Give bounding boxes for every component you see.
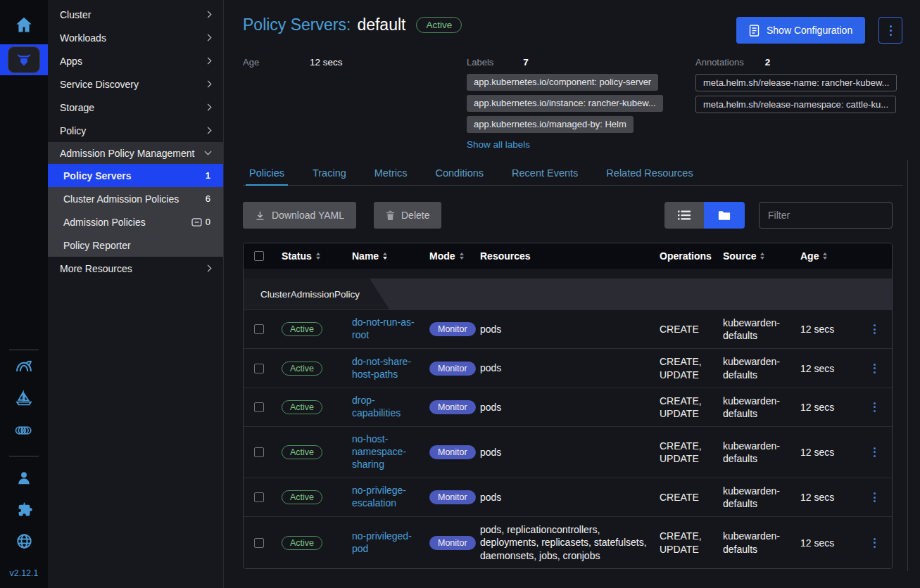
sidebar-subitem[interactable]: Policy Reporter: [48, 234, 223, 257]
source-cell: kubewarden-defaults: [716, 485, 793, 510]
mode-cell: Monitor: [422, 322, 473, 336]
age-cell: 12 secs: [793, 324, 857, 335]
row-checkbox-cell: [244, 492, 275, 502]
chevron-right-icon: [205, 81, 212, 88]
mode-cell: Monitor: [422, 445, 473, 459]
column-header-label: Operations: [660, 250, 712, 262]
column-header[interactable]: Status: [275, 250, 345, 262]
count-value: 6: [206, 193, 210, 204]
download-yaml-button[interactable]: Download YAML: [243, 202, 356, 229]
row-kebab-menu-icon[interactable]: [857, 447, 892, 457]
list-view-icon[interactable]: [664, 202, 704, 229]
policy-name-link[interactable]: drop-capabilities: [345, 395, 422, 420]
active-cluster-band[interactable]: [0, 44, 48, 75]
source-cell: kubewarden-defaults: [716, 395, 793, 420]
column-header[interactable]: Name: [345, 250, 422, 262]
sidebar-item[interactable]: Storage: [48, 96, 223, 119]
tab[interactable]: Conditions: [434, 160, 486, 185]
metadata-section: Age 12 secs Labels 7 app.kubernetes.io/c…: [243, 55, 913, 153]
policy-name-link[interactable]: no-privilege-escalation: [345, 485, 422, 510]
sidebar-subitem-label: Admission Policies: [63, 217, 191, 228]
icon-rail: v2.12.1: [0, 0, 48, 588]
policy-name-link[interactable]: no-host-namespace-sharing: [345, 433, 422, 471]
chevron-right-icon: [205, 104, 212, 111]
sidebar-subitem[interactable]: Admission Policies 0: [48, 210, 223, 234]
sort-carets-icon: [383, 253, 387, 260]
select-all-checkbox[interactable]: [254, 251, 264, 261]
mode-badge: Monitor: [429, 490, 476, 504]
annotations-count: 2: [765, 57, 771, 68]
sidebar-subitem[interactable]: Cluster Admission Policies 6: [48, 187, 223, 210]
sidebar-item-more-resources[interactable]: More Resources: [48, 257, 223, 280]
sidebar-item-label: Cluster: [60, 9, 206, 20]
sidebar-group-admission-policy-management[interactable]: Admission Policy Management: [48, 142, 223, 164]
row-kebab-menu-icon[interactable]: [857, 538, 892, 548]
extensions-puzzle-icon[interactable]: [15, 500, 34, 519]
mode-badge: Monitor: [429, 362, 476, 376]
shell-cluster-icon[interactable]: [13, 357, 34, 376]
home-icon[interactable]: [14, 15, 34, 34]
coil-cluster-icon[interactable]: [13, 421, 35, 440]
row-checkbox-cell: [244, 538, 275, 548]
row-kebab-menu-icon[interactable]: [857, 492, 892, 502]
download-icon: [255, 210, 265, 221]
tab[interactable]: Tracing: [311, 160, 348, 185]
sidebar-item[interactable]: Apps: [48, 49, 223, 72]
table-toolbar: Download YAML Delete: [243, 202, 893, 229]
document-icon: [749, 25, 760, 37]
row-checkbox[interactable]: [254, 538, 264, 548]
mode-cell: Monitor: [422, 400, 473, 414]
table-header-row: Status Name Mode: [244, 243, 892, 269]
folder-view-icon[interactable]: [704, 202, 745, 229]
column-header[interactable]: Resources: [473, 250, 653, 262]
count-value: 0: [206, 217, 210, 227]
labels-count: 7: [523, 57, 529, 68]
chevron-right-icon: [205, 58, 212, 65]
sidebar-item[interactable]: Service Discovery: [48, 72, 223, 96]
rail-divider: [9, 350, 39, 350]
row-kebab-menu-icon[interactable]: [857, 364, 892, 373]
row-checkbox[interactable]: [254, 364, 264, 373]
filter-input[interactable]: [759, 202, 893, 229]
status-badge: Active: [282, 490, 322, 504]
sidebar-item[interactable]: Policy: [48, 119, 223, 142]
row-checkbox[interactable]: [254, 324, 264, 334]
row-checkbox[interactable]: [254, 402, 264, 412]
show-configuration-button[interactable]: Show Configuration: [736, 17, 865, 44]
column-header[interactable]: Source: [716, 250, 793, 262]
mode-cell: Monitor: [422, 490, 473, 504]
column-header[interactable]: Age: [793, 250, 857, 262]
row-checkbox[interactable]: [254, 492, 264, 502]
tab[interactable]: Policies: [248, 160, 286, 185]
operations-cell: CREATE, UPDATE: [653, 355, 716, 381]
row-checkbox[interactable]: [254, 447, 264, 457]
row-kebab-menu-icon[interactable]: [857, 324, 892, 334]
tab[interactable]: Metrics: [373, 160, 409, 185]
header-kebab-menu-icon[interactable]: [878, 17, 902, 44]
column-header[interactable]: Mode: [422, 250, 473, 262]
column-header[interactable]: Operations: [653, 250, 716, 262]
delete-button[interactable]: Delete: [374, 202, 441, 229]
sidebar-item[interactable]: Workloads: [48, 26, 223, 49]
user-icon[interactable]: [15, 469, 33, 487]
status-cell: Active: [275, 400, 345, 414]
resource-type-link[interactable]: Policy Servers:: [243, 15, 351, 34]
tab-label: Policies: [249, 167, 284, 179]
policy-name-link[interactable]: no-privileged-pod: [345, 530, 422, 556]
chevron-right-icon: [205, 127, 212, 134]
download-yaml-label: Download YAML: [272, 210, 344, 221]
resources-cell: pods: [473, 401, 653, 414]
row-kebab-menu-icon[interactable]: [857, 402, 892, 412]
globe-icon[interactable]: [15, 532, 34, 551]
policy-name-link[interactable]: do-not-run-as-root: [345, 317, 422, 342]
sidebar-item[interactable]: Cluster: [48, 3, 223, 26]
show-all-labels-link[interactable]: Show all labels: [467, 139, 530, 150]
harvester-boat-icon[interactable]: [13, 389, 34, 409]
policy-name-link[interactable]: do-not-share-host-paths: [345, 356, 422, 381]
source-cell: kubewarden-defaults: [716, 530, 793, 555]
tab[interactable]: Related Resources: [605, 160, 694, 185]
sidebar-subitem[interactable]: Policy Servers 1: [48, 164, 223, 187]
tab[interactable]: Recent Events: [510, 160, 579, 185]
sidebar-nav: Cluster Workloads Apps Service Discovery…: [48, 0, 224, 588]
tab-label: Metrics: [374, 167, 408, 179]
